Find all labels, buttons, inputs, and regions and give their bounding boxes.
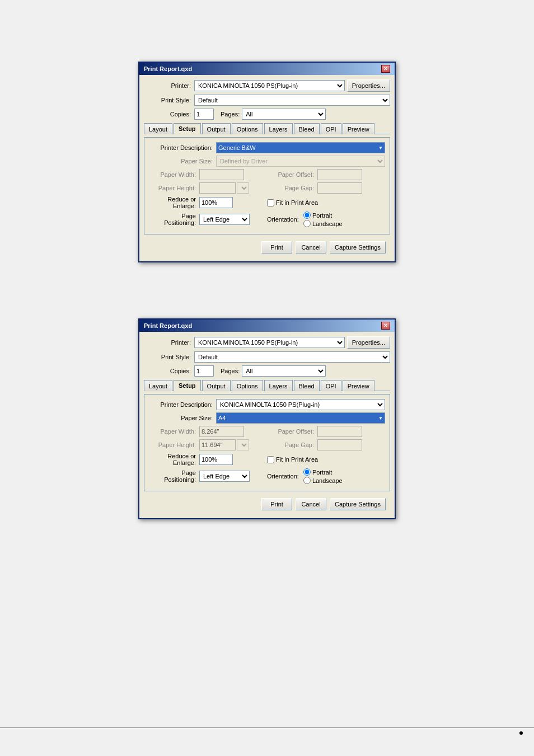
landscape-label[interactable]: Landscape <box>303 220 343 227</box>
printer-row: Printer: KONICA MINOLTA 1050 PS(Plug-in)… <box>144 79 390 92</box>
page-pos-select-2[interactable]: Left Edge <box>199 471 250 482</box>
paper-height-label: Paper Height: <box>149 185 199 191</box>
pages-select[interactable]: All <box>242 109 326 120</box>
paper-height-row-2: Paper Height: Page Gap: <box>149 439 385 450</box>
print-style-control-2: Default <box>194 351 390 363</box>
tab-bleed[interactable]: Bleed <box>294 123 320 134</box>
landscape-radio[interactable] <box>303 220 311 227</box>
page-pos-select[interactable]: Left Edge <box>199 214 250 225</box>
printer-row-2: Printer: KONICA MINOLTA 1050 PS(Plug-in)… <box>144 336 390 349</box>
dialog-1-title: Print Report.qxd <box>144 65 192 72</box>
cancel-btn-1[interactable]: Cancel <box>296 241 326 253</box>
tab-preview-2[interactable]: Preview <box>343 380 374 391</box>
paper-size-select: Defined by Driver <box>216 156 385 167</box>
tab-setup-2[interactable]: Setup <box>174 380 201 391</box>
reduce-label: Reduce or Enlarge: <box>149 196 199 209</box>
capture-settings-btn-2[interactable]: Capture Settings <box>330 498 386 510</box>
capture-settings-btn-1[interactable]: Capture Settings <box>330 241 386 253</box>
paper-size-select-2[interactable]: A4 <box>216 412 385 424</box>
copies-label-2: Copies: <box>144 368 194 374</box>
paper-height-label-2: Paper Height: <box>149 442 199 448</box>
printer-label-2: Printer: <box>144 339 194 346</box>
cancel-btn-2[interactable]: Cancel <box>296 498 326 510</box>
paper-size-row: Paper Size: Defined by Driver <box>149 156 385 167</box>
printer-control: KONICA MINOLTA 1050 PS(Plug-in) Properti… <box>194 79 390 92</box>
print-style-label-2: Print Style: <box>144 354 194 360</box>
tab-layout[interactable]: Layout <box>144 123 172 134</box>
tab-layout-2[interactable]: Layout <box>144 380 172 391</box>
properties-btn[interactable]: Properties... <box>347 79 390 92</box>
printer-desc-field: Generic B&W <box>216 142 385 153</box>
paper-size-row-2: Paper Size: A4 <box>149 412 385 424</box>
paper-height-unit <box>237 182 249 194</box>
printer-desc-label-2: Printer Description: <box>149 401 216 408</box>
print-style-select[interactable]: Default <box>194 95 390 106</box>
printer-desc-field-2: KONICA MINOLTA 1050 PS(Plug-in) <box>216 399 385 410</box>
tab-output[interactable]: Output <box>202 123 231 134</box>
fit-in-print-label-2[interactable]: Fit in Print Area <box>267 456 318 463</box>
print-btn-1[interactable]: Print <box>261 241 292 253</box>
page-gap-input <box>317 182 362 194</box>
properties-btn-2[interactable]: Properties... <box>347 336 390 349</box>
dialog-2-footer: Print Cancel Capture Settings <box>144 496 390 514</box>
tab-options[interactable]: Options <box>232 123 263 134</box>
fit-in-print-checkbox[interactable] <box>267 199 274 206</box>
page-gap-input-2 <box>317 439 362 450</box>
orientation-right: Orientation: Portrait Landscape <box>267 212 385 227</box>
dialog-2-close-btn[interactable]: ✕ <box>381 322 390 330</box>
copies-label: Copies: <box>144 111 194 118</box>
reduce-row-2: Reduce or Enlarge: Fit in Print Area <box>149 453 385 466</box>
copies-input-2[interactable] <box>194 365 214 377</box>
tab-layers[interactable]: Layers <box>264 123 293 134</box>
fit-in-print-label[interactable]: Fit in Print Area <box>267 199 318 206</box>
paper-width-row-2: Paper Width: Paper Offset: <box>149 426 385 437</box>
reduce-left: Reduce or Enlarge: <box>149 196 267 209</box>
print-style-control: Default <box>194 95 390 106</box>
portrait-label[interactable]: Portrait <box>303 212 343 219</box>
pages-label-2: Pages: <box>221 368 240 374</box>
dialog-1-titlebar: Print Report.qxd ✕ <box>139 63 395 75</box>
dialog-1-close-btn[interactable]: ✕ <box>381 65 390 73</box>
paper-offset-input <box>317 169 362 180</box>
copies-row-2: Copies: Pages: All <box>144 365 390 377</box>
orientation-group-2: Portrait Landscape <box>303 468 343 484</box>
printer-desc-row-2: Printer Description: KONICA MINOLTA 1050… <box>149 399 385 410</box>
landscape-radio-2[interactable] <box>303 477 311 484</box>
portrait-radio[interactable] <box>303 212 311 219</box>
paper-width-input <box>199 169 244 180</box>
paper-offset-label-2: Paper Offset: <box>267 428 317 435</box>
dialog-1: Print Report.qxd ✕ Printer: KONICA MINOL… <box>138 62 396 262</box>
reduce-left-2: Reduce or Enlarge: <box>149 453 267 466</box>
tab-bleed-2[interactable]: Bleed <box>294 380 320 391</box>
tab-opi-2[interactable]: OPI <box>321 380 341 391</box>
paper-height-left: Paper Height: <box>149 182 267 194</box>
tab-output-2[interactable]: Output <box>202 380 231 391</box>
tab-options-2[interactable]: Options <box>232 380 263 391</box>
reduce-input-2[interactable] <box>199 454 233 465</box>
landscape-label-2[interactable]: Landscape <box>303 477 343 484</box>
fit-in-print-checkbox-2[interactable] <box>267 456 274 463</box>
pages-select-2[interactable]: All <box>242 365 326 377</box>
tab-preview[interactable]: Preview <box>343 123 374 134</box>
portrait-radio-2[interactable] <box>303 468 311 476</box>
printer-select-2[interactable]: KONICA MINOLTA 1050 PS(Plug-in) <box>194 337 345 348</box>
dialog-2-body: Printer: KONICA MINOLTA 1050 PS(Plug-in)… <box>139 332 395 518</box>
printer-select[interactable]: KONICA MINOLTA 1050 PS(Plug-in) <box>194 80 345 91</box>
printer-desc-select[interactable]: Generic B&W <box>216 142 385 153</box>
printer-desc-select-2[interactable]: KONICA MINOLTA 1050 PS(Plug-in) <box>216 399 385 410</box>
reduce-input[interactable] <box>199 197 233 208</box>
tab-setup[interactable]: Setup <box>174 123 201 134</box>
paper-size-label: Paper Size: <box>149 158 216 165</box>
copies-input[interactable] <box>194 109 214 120</box>
printer-label: Printer: <box>144 82 194 89</box>
print-btn-2[interactable]: Print <box>261 498 292 510</box>
paper-offset-right-2: Paper Offset: <box>267 426 385 437</box>
page-pos-row: Page Positioning: Left Edge Orientation:… <box>149 212 385 227</box>
portrait-label-2[interactable]: Portrait <box>303 468 343 476</box>
tabs-row: Layout Setup Output Options Layers Bleed… <box>144 123 390 134</box>
paper-height-input-2 <box>199 439 236 450</box>
print-style-select-2[interactable]: Default <box>194 351 390 363</box>
tab-opi[interactable]: OPI <box>321 123 341 134</box>
tab-layers-2[interactable]: Layers <box>264 380 293 391</box>
page-container: Print Report.qxd ✕ Printer: KONICA MINOL… <box>0 0 534 756</box>
